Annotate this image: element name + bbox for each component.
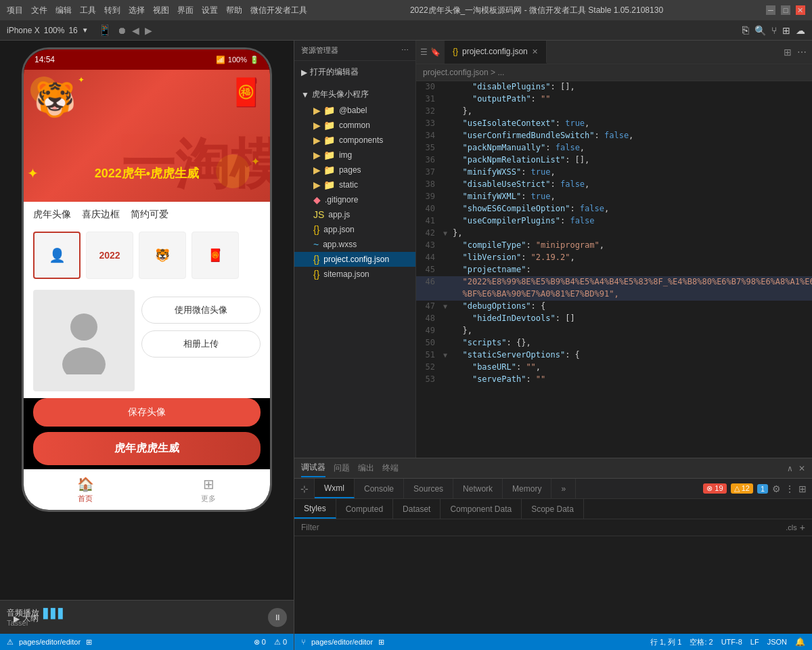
notification-icon[interactable]: 🔔: [795, 637, 805, 647]
menu-interface[interactable]: 界面: [177, 5, 194, 16]
add-style-icon[interactable]: +: [800, 522, 805, 533]
open-editors-header[interactable]: ▶ 打开的编辑器: [294, 64, 415, 81]
sub-tab-dataset[interactable]: Dataset: [393, 499, 441, 519]
tab-terminal[interactable]: 终端: [382, 460, 399, 477]
code-line-48: 48 "hidedInDevtools": []: [416, 313, 812, 325]
chevron-down-icon[interactable]: ▼: [82, 26, 89, 34]
tab-issues[interactable]: 问题: [334, 460, 350, 477]
sub-tab-scope-data[interactable]: Scope Data: [522, 499, 584, 519]
nav-more[interactable]: ⊞ 更多: [147, 476, 270, 504]
devtools-controls[interactable]: ∧ ✕: [787, 464, 805, 473]
devtools-expand-icon[interactable]: ⊞: [798, 483, 807, 494]
path-icon[interactable]: ⊞: [86, 638, 92, 647]
menu-view[interactable]: 视图: [153, 5, 169, 16]
file-appjson[interactable]: {} app.json: [294, 222, 415, 237]
file-babel[interactable]: ▶ 📁 @babel: [294, 103, 415, 118]
menu-project[interactable]: 项目: [7, 5, 23, 16]
tab-list-icon[interactable]: ☰: [420, 47, 428, 57]
toolbar-icon-search[interactable]: 🔍: [754, 25, 766, 36]
phone-banner: 🐯 🧧 ✦ ✦ ✦ 一淘模 2022虎年•虎虎生威: [24, 70, 270, 202]
phone-frame: 14:54 📶 100% 🔋 🐯: [22, 47, 272, 512]
menu-help[interactable]: 帮助: [226, 5, 242, 16]
thumb-2[interactable]: 2022: [86, 232, 133, 279]
file-components[interactable]: ▶ 📁 components: [294, 133, 415, 148]
bookmark-icon[interactable]: 🔖: [430, 47, 441, 57]
file-sitemap[interactable]: {} sitemap.json: [294, 267, 415, 282]
wechat-avatar-button[interactable]: 使用微信头像: [141, 297, 261, 324]
avatar-thumbnails[interactable]: 👤 2022 🐯 🧧: [24, 228, 270, 283]
file-common[interactable]: ▶ 📁 common: [294, 118, 415, 133]
close-button[interactable]: ✕: [796, 5, 805, 15]
toolbar-icon-record[interactable]: ⏺: [117, 25, 127, 36]
devtools-more-icon[interactable]: ⋮: [785, 483, 794, 494]
sub-tab-computed[interactable]: Computed: [336, 499, 393, 519]
minimize-button[interactable]: ─: [766, 5, 775, 15]
devtools-settings-icon[interactable]: ⚙: [772, 483, 781, 494]
phone-bottom-nav[interactable]: 🏠 首页 ⊞ 更多: [24, 469, 270, 510]
menu-tool[interactable]: 工具: [80, 5, 96, 16]
toolbar-icon-cloud[interactable]: ☁: [796, 25, 805, 36]
panel-tab-network[interactable]: Network: [453, 479, 503, 498]
phone-preview-area: 14:54 📶 100% 🔋 🐯: [0, 41, 294, 650]
more-editor-icon[interactable]: ⋯: [797, 47, 807, 58]
file-explorer: 资源管理器 ⋯ ▶ 打开的编辑器 ▼ 虎年头像小程序 ▶: [294, 41, 416, 458]
file-static[interactable]: ▶ 📁 static: [294, 177, 415, 192]
thumb-1[interactable]: 👤: [33, 232, 81, 279]
audio-pause-button[interactable]: ⏸: [268, 608, 287, 627]
toolbar-icon-copy[interactable]: ⎘: [742, 24, 749, 37]
toolbar-icon-forward[interactable]: ▶: [145, 25, 152, 36]
filter-input[interactable]: [301, 523, 786, 532]
split-editor-icon[interactable]: ⊞: [784, 47, 792, 58]
nav-home[interactable]: 🏠 首页: [24, 476, 147, 504]
avatar-preview-box[interactable]: [33, 290, 135, 391]
window-controls[interactable]: ─ □ ✕: [766, 5, 805, 15]
language-label[interactable]: JSON: [767, 638, 787, 646]
menu-file[interactable]: 文件: [31, 5, 47, 16]
code-area[interactable]: 30 "disablePlugins": [], 31 "outputPath"…: [416, 81, 812, 458]
menu-devtools[interactable]: 微信开发者工具: [250, 5, 307, 16]
save-avatar-button[interactable]: 保存头像: [33, 398, 261, 427]
file-project-config[interactable]: {} project.config.json: [294, 252, 415, 267]
page-path[interactable]: pages/editor/editor: [311, 638, 373, 646]
fold-arrow-44: [443, 252, 453, 264]
panel-tab-memory[interactable]: Memory: [503, 479, 551, 498]
tab-debugger[interactable]: 调试器: [301, 459, 325, 477]
menu-settings[interactable]: 设置: [202, 5, 218, 16]
devtools-tabs[interactable]: 调试器 问题 编出 终端: [301, 459, 399, 477]
page-path-icon[interactable]: ⊞: [378, 638, 384, 647]
toolbar-icon-back[interactable]: ◀: [132, 25, 139, 36]
project-header[interactable]: ▼ 虎年头像小程序: [294, 86, 415, 103]
maximize-button[interactable]: □: [781, 5, 790, 15]
explorer-menu-icon[interactable]: ⋯: [401, 46, 409, 55]
panel-tab-console[interactable]: Console: [355, 479, 404, 498]
file-gitignore[interactable]: ◆ .gitignore: [294, 192, 415, 207]
sub-tab-component-data[interactable]: Component Data: [441, 499, 522, 519]
tab-label: project.config.json: [462, 47, 528, 56]
collapse-icon[interactable]: ∧: [787, 464, 793, 473]
toolbar-icon-git[interactable]: ⑂: [771, 25, 777, 36]
menu-edit[interactable]: 编辑: [55, 5, 72, 16]
close-devtools-icon[interactable]: ✕: [798, 464, 805, 473]
menu-select[interactable]: 选择: [129, 5, 145, 16]
toolbar-icon-grid[interactable]: ⊞: [782, 25, 790, 36]
close-tab-icon[interactable]: ✕: [532, 47, 538, 56]
file-img[interactable]: ▶ 📁 img: [294, 148, 415, 162]
menu-goto[interactable]: 转到: [104, 5, 120, 16]
toolbar-icon-phone[interactable]: 📱: [98, 24, 112, 37]
thumb-3[interactable]: 🐯: [139, 232, 186, 279]
panel-tab-wxml[interactable]: Wxml: [315, 479, 355, 498]
album-upload-button[interactable]: 相册上传: [141, 330, 261, 358]
panel-tab-sources[interactable]: Sources: [404, 479, 453, 498]
tab-output[interactable]: 编出: [358, 460, 374, 477]
inspect-icon[interactable]: ⊹: [300, 483, 309, 494]
file-appjs[interactable]: JS app.js: [294, 207, 415, 222]
tab-project-config[interactable]: {} project.config.json ✕: [445, 41, 547, 64]
cls-button[interactable]: .cls: [786, 523, 797, 532]
menu-bar[interactable]: 项目 文件 编辑 工具 转到 选择 视图 界面 设置 帮助 微信开发者工具: [7, 5, 307, 16]
sub-tab-styles[interactable]: Styles: [294, 499, 336, 519]
generate-button[interactable]: 虎年虎虎生威: [33, 432, 261, 465]
file-pages[interactable]: ▶ 📁 pages: [294, 162, 415, 177]
thumb-4[interactable]: 🧧: [191, 232, 239, 279]
panel-tab-more[interactable]: »: [551, 479, 576, 498]
file-appwxss[interactable]: ~ app.wxss: [294, 237, 415, 252]
